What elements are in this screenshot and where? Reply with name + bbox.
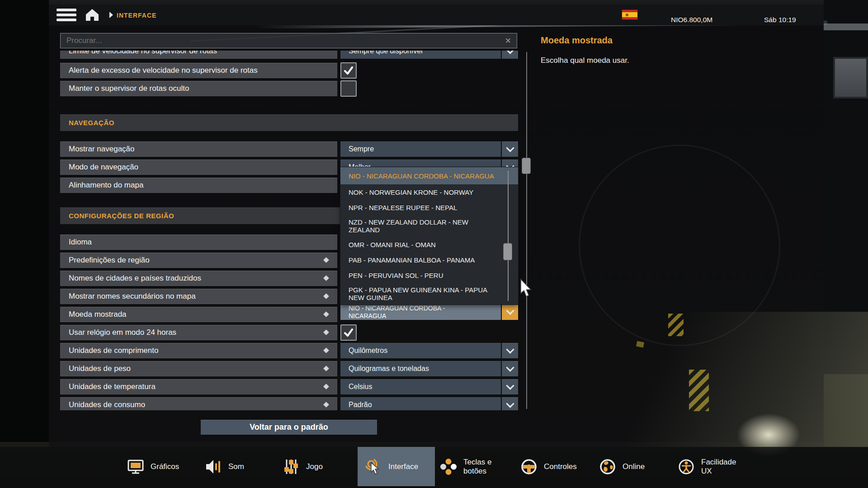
dropdown-option[interactable]: PAB - PANAMANIAN BALBOA - PANAMA xyxy=(340,252,518,267)
garage-left-edge xyxy=(0,0,49,488)
dropdown-option[interactable]: OMR - OMANI RIAL - OMAN xyxy=(340,237,518,252)
tab-accessibility-ux[interactable]: Facilidade UX xyxy=(677,447,740,486)
scrollbar-thumb[interactable] xyxy=(522,158,531,174)
chevron-down-icon[interactable] xyxy=(502,379,518,394)
setting-label: Unidades de comprimento xyxy=(69,346,158,355)
setting-label-bar[interactable]: Unidades de comprimento xyxy=(60,343,337,358)
setting-label-bar[interactable]: Predefinições de região xyxy=(60,253,337,268)
setting-select[interactable]: Quilogramas e toneladas xyxy=(340,361,518,376)
dropdown-scrollbar-track[interactable] xyxy=(508,171,509,301)
chevron-down-icon[interactable] xyxy=(502,51,518,59)
setting-select[interactable]: Sempre que disponível xyxy=(340,51,518,59)
setting-label-bar[interactable]: Mostrar nomes secundários no mapa xyxy=(60,289,337,304)
setting-label: Mostrar nomes secundários no mapa xyxy=(69,292,196,301)
tab-label: Teclas e botões xyxy=(463,458,502,476)
setting-label-bar[interactable]: Alinhamento do mapa xyxy=(60,178,337,193)
tab-label: Jogo xyxy=(306,462,323,471)
setting-select[interactable]: Padrão xyxy=(340,397,518,410)
menu-icon[interactable] xyxy=(57,9,76,21)
setting-label: Usar relógio em modo 24 horas xyxy=(69,328,176,337)
setting-label: Limite de velocidade no supervisor de ro… xyxy=(69,51,217,56)
dropdown-option-selected[interactable]: NIO - NICARAGUAN CORDOBA - NICARAGUA xyxy=(340,167,518,184)
chevron-down-icon[interactable] xyxy=(502,361,518,376)
setting-label-bar[interactable]: Nomes de cidades e países traduzidos xyxy=(60,271,337,286)
tab-label: Som xyxy=(228,462,244,471)
clear-search-icon[interactable]: ✕ xyxy=(505,36,517,46)
settings-row: Mostrar navegação Sempre xyxy=(60,141,518,157)
currency-dropdown-list: NIO - NICARAGUAN CORDOBA - NICARAGUA NOK… xyxy=(340,167,518,305)
home-icon[interactable] xyxy=(85,8,99,22)
tab-label: Interface xyxy=(388,462,418,471)
tab-label: Online xyxy=(623,462,645,471)
select-value: Quilogramas e toneladas xyxy=(349,365,429,373)
setting-label-bar[interactable]: Mostrar navegação xyxy=(60,141,337,157)
breadcrumb-chevron-icon xyxy=(109,12,113,18)
search-input[interactable] xyxy=(61,36,505,46)
setting-label-bar[interactable]: Modo de navegação xyxy=(60,160,337,175)
setting-label-bar[interactable]: Manter o supervisor de rotas oculto xyxy=(60,81,337,96)
checkbox-checked[interactable] xyxy=(340,62,357,79)
setting-select[interactable]: Sempre xyxy=(340,141,518,157)
setting-label: Unidades de temperatura xyxy=(69,382,156,391)
spain-flag-icon[interactable] xyxy=(622,10,637,19)
checkmark-icon xyxy=(343,327,354,338)
setting-label: Modo de navegação xyxy=(69,163,138,172)
dropdown-option[interactable]: PGK - PAPUA NEW GUINEAN KINA - PAPUA NEW… xyxy=(340,283,518,305)
buttons-dots-icon xyxy=(439,458,458,476)
diamond-icon xyxy=(323,329,329,335)
chevron-down-icon[interactable] xyxy=(502,343,518,358)
dropdown-option[interactable]: NZD - NEW ZEALAND DOLLAR - NEW ZEALAND xyxy=(340,215,518,237)
setting-label-bar[interactable]: Moeda mostrada xyxy=(60,307,337,322)
tab-graphics[interactable]: Gráficos xyxy=(127,447,179,486)
select-value: Sempre que disponível xyxy=(349,51,423,55)
tab-label: Facilidade UX xyxy=(701,458,740,476)
tab-label: Controles xyxy=(544,462,577,471)
setting-select[interactable]: Quilômetros xyxy=(340,343,518,358)
setting-label: Predefinições de região xyxy=(69,256,150,265)
diamond-icon xyxy=(323,275,329,281)
flag-emblem xyxy=(626,14,628,16)
breadcrumb: INTERFACE xyxy=(117,12,156,19)
search-bar: ✕ xyxy=(60,33,517,48)
garage-window xyxy=(833,57,868,99)
tab-online[interactable]: Online xyxy=(599,447,645,486)
dropdown-option[interactable]: NPR - NEPALESE RUPEE - NEPAL xyxy=(340,200,518,215)
chevron-down-icon[interactable] xyxy=(502,141,518,157)
globe-icon xyxy=(599,458,617,476)
tab-sound[interactable]: Som xyxy=(204,447,244,486)
setting-select[interactable]: Celsius xyxy=(340,379,518,394)
diamond-icon xyxy=(323,257,329,263)
dropdown-option[interactable]: PEN - PERUVIAN SOL - PERU xyxy=(340,267,518,283)
tab-keys-buttons[interactable]: Teclas e botões xyxy=(439,447,502,486)
checkbox-unchecked[interactable] xyxy=(340,80,357,97)
setting-label-bar[interactable]: Unidades de consumo xyxy=(60,397,337,410)
settings-row: Alerta de excesso de velocidade no super… xyxy=(60,63,518,78)
currency-select[interactable]: NIO - NICARAGUAN CORDOBA - NICARAGUA xyxy=(340,304,518,320)
setting-label-bar[interactable]: Alerta de excesso de velocidade no super… xyxy=(60,63,337,78)
chevron-down-icon[interactable] xyxy=(502,397,518,410)
setting-label: Unidades de consumo xyxy=(69,400,145,409)
setting-label-bar[interactable]: Unidades de temperatura xyxy=(60,379,337,394)
dropdown-scrollbar-thumb[interactable] xyxy=(503,243,512,260)
checkbox-checked[interactable] xyxy=(340,324,357,341)
dropdown-option[interactable]: NOK - NORWEGIAN KRONE - NORWAY xyxy=(340,184,518,200)
setting-label-bar[interactable]: Usar relógio em modo 24 horas xyxy=(60,325,337,340)
scrollbar-track[interactable] xyxy=(526,52,527,409)
chevron-down-icon[interactable] xyxy=(502,304,518,320)
setting-label: Unidades de peso xyxy=(69,364,131,373)
setting-label-bar[interactable]: Unidades de peso xyxy=(60,361,337,376)
tab-controls[interactable]: Controles xyxy=(520,447,577,486)
cursor-click-icon xyxy=(364,458,382,476)
steering-wheel-icon xyxy=(520,458,538,476)
setting-label-bar[interactable]: Limite de velocidade no supervisor de ro… xyxy=(60,51,337,59)
help-description: Escolha qual moeda usar. xyxy=(541,56,629,65)
setting-label-bar[interactable]: Idioma xyxy=(60,235,337,250)
tab-interface[interactable]: Interface xyxy=(364,447,418,486)
setting-label: Manter o supervisor de rotas oculto xyxy=(69,84,189,93)
help-title: Moeda mostrada xyxy=(541,35,613,46)
select-value: Quilômetros xyxy=(349,347,387,355)
reset-to-default-button[interactable]: Voltar para o padrão xyxy=(201,420,377,435)
settings-row: Unidades de consumo Padrão xyxy=(60,397,518,410)
tab-gameplay[interactable]: Jogo xyxy=(282,447,323,486)
settings-row: Limite de velocidade no supervisor de ro… xyxy=(60,51,518,59)
